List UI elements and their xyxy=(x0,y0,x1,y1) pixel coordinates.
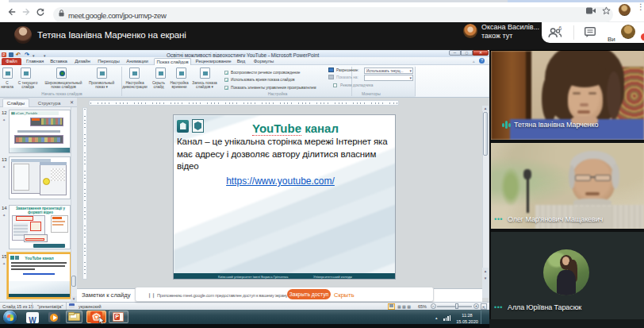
svg-text:6: 6 xyxy=(559,26,562,31)
